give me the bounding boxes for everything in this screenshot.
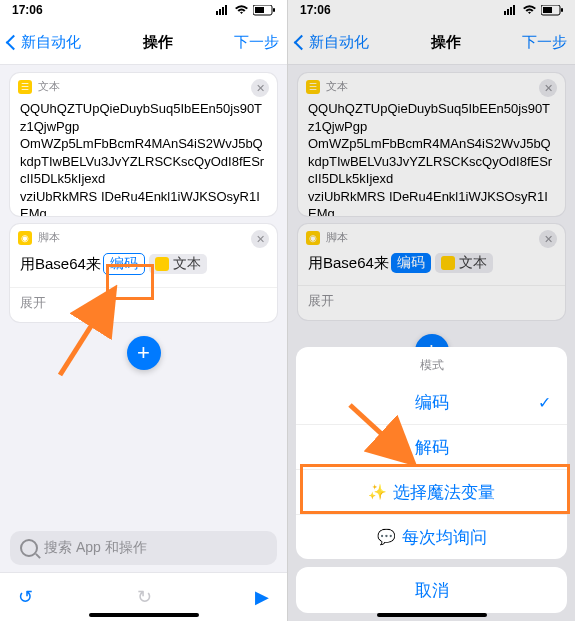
svg-rect-0	[216, 11, 218, 15]
svg-rect-5	[255, 7, 264, 13]
sheet-option-decode[interactable]: 解码	[296, 424, 567, 469]
text-card-close[interactable]: ✕	[251, 79, 269, 97]
sheet-option-ask[interactable]: 💬 每次均询问	[296, 514, 567, 559]
text-icon: ☰	[18, 80, 32, 94]
expand-row[interactable]: 展开	[10, 287, 277, 322]
sheet-option-decode-label: 解码	[415, 436, 449, 459]
sheet-option-ask-label: 每次均询问	[402, 526, 487, 549]
sheet-cancel[interactable]: 取消	[296, 567, 567, 613]
checkmark-icon: ✓	[538, 393, 551, 412]
nav-back-label: 新自动化	[21, 33, 81, 52]
text-card-label: 文本	[38, 79, 60, 94]
action-sheet: 模式 编码 ✓ 解码 ✨ 选择魔法变量 💬 每次均询问 取消	[296, 347, 567, 613]
sheet-option-encode[interactable]: 编码 ✓	[296, 380, 567, 424]
battery-icon	[253, 5, 275, 16]
phone-left: 17:06 新自动化 操作 下一步 ☰ 文本 ✕ QQUhQZTUpQieDuy…	[0, 0, 288, 621]
svg-rect-1	[219, 9, 221, 15]
sheet-title: 模式	[296, 347, 567, 380]
home-indicator[interactable]	[89, 613, 199, 617]
wifi-icon	[234, 5, 249, 15]
script-line: 用Base64来 编码 文本	[10, 251, 277, 283]
svg-rect-2	[222, 7, 224, 15]
sheet-option-encode-label: 编码	[415, 391, 449, 414]
signal-icon	[216, 5, 230, 15]
var-token[interactable]: 文本	[149, 254, 207, 274]
nav-back[interactable]: 新自动化	[8, 33, 81, 52]
nav-bar: 新自动化 操作 下一步	[0, 20, 287, 65]
search-icon	[20, 539, 38, 557]
sheet-option-magic[interactable]: ✨ 选择魔法变量	[296, 469, 567, 514]
run-button[interactable]: ▶	[255, 586, 269, 608]
chat-icon: 💬	[377, 528, 396, 546]
add-action-button[interactable]: +	[127, 336, 161, 370]
phone-right: 17:06 新自动化 操作 下一步 ☰ 文本 ✕ QQUhQZTUpQieDuy…	[288, 0, 575, 621]
status-indicators	[216, 5, 275, 16]
var-token-label: 文本	[173, 255, 201, 273]
script-prefix: 用Base64来	[20, 255, 101, 274]
mode-token[interactable]: 编码	[103, 253, 145, 275]
wand-icon: ✨	[368, 483, 387, 501]
script-icon: ◉	[18, 231, 32, 245]
search-field[interactable]: 搜索 App 和操作	[10, 531, 277, 565]
svg-rect-3	[225, 5, 227, 15]
script-card-label: 脚本	[38, 230, 60, 245]
sheet-option-magic-label: 选择魔法变量	[393, 481, 495, 504]
redo-button: ↻	[137, 586, 152, 608]
status-bar: 17:06	[0, 0, 287, 20]
script-card-close[interactable]: ✕	[251, 230, 269, 248]
text-mini-icon	[155, 257, 169, 271]
script-card[interactable]: ◉ 脚本 ✕ 用Base64来 编码 文本 展开	[10, 224, 277, 322]
search-placeholder: 搜索 App 和操作	[44, 539, 147, 557]
nav-next[interactable]: 下一步	[234, 33, 279, 52]
home-indicator[interactable]	[377, 613, 487, 617]
status-time: 17:06	[12, 3, 43, 17]
nav-title: 操作	[81, 33, 234, 52]
undo-button[interactable]: ↺	[18, 586, 33, 608]
chevron-left-icon	[6, 34, 22, 50]
text-card-content[interactable]: QQUhQZTUpQieDuybSuq5IbEEn50js90Tz1QjwPgp…	[10, 100, 277, 216]
sheet-group-main: 模式 编码 ✓ 解码 ✨ 选择魔法变量 💬 每次均询问	[296, 347, 567, 559]
svg-rect-6	[273, 8, 275, 12]
text-card[interactable]: ☰ 文本 ✕ QQUhQZTUpQieDuybSuq5IbEEn50js90Tz…	[10, 73, 277, 216]
